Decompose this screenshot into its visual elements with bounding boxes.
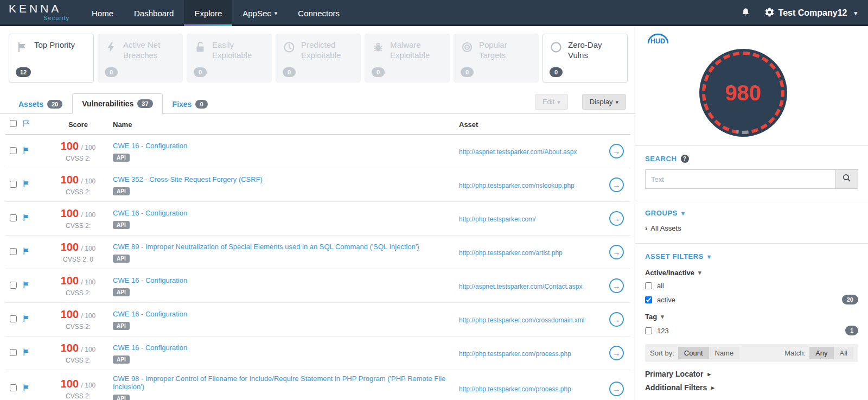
open-detail-button[interactable]: →	[609, 211, 624, 226]
flag-icon[interactable]	[22, 347, 43, 359]
vulnerability-link[interactable]: CWE 98 - Improper Control of Filename fo…	[113, 374, 454, 391]
open-detail-button[interactable]: →	[609, 382, 624, 396]
asset-link[interactable]: http://php.testsparker.com/nslookup.php	[459, 182, 575, 189]
asset-link[interactable]: http://php.testsparker.com/process.php	[459, 385, 571, 393]
filter-checkbox-123[interactable]	[645, 327, 652, 334]
kenna-logo[interactable]: KENNA Security	[0, 0, 81, 26]
filter-tag-header[interactable]: Tag ▾	[645, 313, 858, 321]
nav-item-connectors[interactable]: Connectors	[288, 0, 350, 26]
open-detail-button[interactable]: →	[609, 346, 624, 360]
flag-icon[interactable]	[22, 145, 43, 157]
select-all-checkbox[interactable]	[10, 120, 17, 127]
row-checkbox[interactable]	[10, 181, 17, 188]
tab-vulnerabilities[interactable]: Vulnerabilities 37	[72, 93, 162, 114]
row-checkbox[interactable]	[10, 384, 17, 391]
asset-cell: http://aspnet.testsparker.com/Contact.as…	[459, 281, 602, 291]
open-detail-button[interactable]: →	[609, 278, 624, 293]
arrow-right-icon: →	[612, 147, 621, 156]
search-input[interactable]	[645, 169, 835, 189]
notifications-bell-button[interactable]	[741, 7, 750, 20]
flag-icon[interactable]	[22, 383, 43, 395]
card-zero-day-vulns[interactable]: Zero-Day Vulns 0	[542, 34, 628, 82]
svg-text:HUD: HUD	[650, 37, 665, 45]
caret-down-icon: ▾	[661, 313, 664, 320]
score-cell: 100 / 100 CVSS 2: 0	[43, 241, 113, 263]
group-item-all-assets[interactable]: › All Assets	[645, 224, 858, 232]
nav-item-appsec[interactable]: AppSec▾	[232, 0, 288, 26]
row-checkbox[interactable]	[10, 214, 17, 221]
display-dropdown-button[interactable]: Display▾	[582, 94, 626, 110]
open-detail-button[interactable]: →	[609, 177, 624, 192]
unlock-icon	[194, 41, 207, 61]
match-any-button[interactable]: Any	[809, 347, 833, 359]
asset-link[interactable]: http://php.testsparker.com/process.php	[459, 350, 571, 358]
card-popular-targets[interactable]: Popular Targets 0	[454, 34, 539, 82]
vulnerability-link[interactable]: CWE 16 - Configuration	[113, 310, 187, 318]
card-predicted-exploitable[interactable]: Predicted Exploitable 0	[276, 34, 361, 82]
flag-column-icon[interactable]	[22, 119, 43, 130]
flag-icon	[16, 41, 29, 56]
column-header-asset[interactable]: Asset	[459, 120, 602, 129]
name-cell: CWE 16 - Configuration API	[113, 141, 459, 162]
row-checkbox[interactable]	[10, 282, 17, 289]
name-cell: CWE 98 - Improper Control of Filename fo…	[113, 374, 459, 400]
asset-link[interactable]: http://aspnet.testsparker.com/About.aspx	[459, 148, 577, 156]
cvss-score: CVSS 2:	[43, 357, 113, 364]
open-detail-button[interactable]: →	[609, 312, 624, 327]
nav-item-dashboard[interactable]: Dashboard	[124, 0, 184, 26]
table-header: Score Name Asset	[5, 114, 630, 135]
count-badge: 20	[842, 295, 858, 304]
vulnerability-link[interactable]: CWE 89 - Improper Neutralization of Spec…	[113, 243, 419, 251]
groups-section-title[interactable]: GROUPS ▾	[645, 209, 858, 217]
asset-link[interactable]: http://php.testsparker.com/crossdomain.x…	[459, 316, 584, 324]
sort-name-button[interactable]: Name	[709, 347, 740, 359]
flag-icon[interactable]	[22, 280, 43, 291]
nav-item-explore[interactable]: Explore	[184, 0, 232, 26]
flag-icon[interactable]	[22, 213, 43, 224]
flag-icon[interactable]	[22, 314, 43, 325]
tab-assets[interactable]: Assets 20	[9, 94, 72, 114]
card-malware-exploitable[interactable]: Malware Exploitable 0	[365, 34, 450, 82]
row-checkbox[interactable]	[10, 147, 17, 154]
column-header-name[interactable]: Name	[113, 120, 459, 129]
vulnerability-link[interactable]: CWE 16 - Configuration	[113, 276, 187, 284]
sort-count-button[interactable]: Count	[678, 347, 709, 359]
row-checkbox[interactable]	[10, 248, 17, 255]
table-row: 100 / 100 CVSS 2: 0 CWE 89 - Improper Ne…	[5, 236, 630, 269]
open-detail-button[interactable]: →	[609, 245, 624, 259]
asset-link[interactable]: http://aspnet.testsparker.com/Contact.as…	[459, 283, 582, 290]
search-button[interactable]	[835, 169, 858, 189]
flag-icon[interactable]	[22, 246, 43, 258]
card-easily-exploitable[interactable]: Easily Exploitable 0	[187, 34, 272, 82]
additional-filters-expander[interactable]: Additional Filters ▸	[645, 383, 858, 392]
navbar-right: Test Company12 ▾	[741, 0, 868, 26]
risk-meter-gauge[interactable]: 980	[699, 49, 787, 137]
asset-link[interactable]: http://php.testsparker.com/	[459, 215, 535, 223]
filter-active-inactive-header[interactable]: Active/Inactive ▾	[645, 269, 858, 277]
asset-filters-title[interactable]: ASSET FILTERS ▾	[645, 252, 858, 261]
vulnerability-link[interactable]: CWE 352 - Cross-Site Request Forgery (CS…	[113, 175, 263, 183]
filter-checkbox-active[interactable]	[645, 296, 652, 303]
filter-checkbox-all[interactable]	[645, 282, 652, 289]
help-icon[interactable]: ?	[681, 155, 689, 163]
column-header-score[interactable]: Score	[43, 120, 113, 129]
account-menu[interactable]: Test Company12 ▾	[764, 7, 857, 20]
hud-logo[interactable]: HUD	[644, 30, 859, 48]
card-active-net-breaches[interactable]: Active Net Breaches 0	[98, 34, 183, 82]
asset-link[interactable]: http://php.testsparker.com/artist.php	[459, 249, 563, 257]
row-checkbox[interactable]	[10, 315, 17, 322]
flag-icon[interactable]	[22, 179, 43, 191]
row-checkbox[interactable]	[10, 349, 17, 356]
tab-fixes[interactable]: Fixes 0	[163, 94, 218, 114]
caret-down-icon: ▾	[698, 269, 701, 276]
vulnerability-link[interactable]: CWE 16 - Configuration	[113, 142, 187, 150]
nav-item-home[interactable]: Home	[81, 0, 124, 26]
vulnerability-link[interactable]: CWE 16 - Configuration	[113, 209, 187, 217]
account-name: Test Company12	[778, 8, 847, 18]
card-top-priority[interactable]: Top Priority 12	[9, 34, 94, 82]
primary-locator-expander[interactable]: Primary Locator ▸	[645, 370, 858, 378]
vulnerability-link[interactable]: CWE 16 - Configuration	[113, 344, 187, 352]
open-detail-button[interactable]: →	[609, 144, 624, 158]
edit-dropdown-button[interactable]: Edit▾	[535, 94, 568, 110]
match-all-button[interactable]: All	[834, 347, 853, 359]
